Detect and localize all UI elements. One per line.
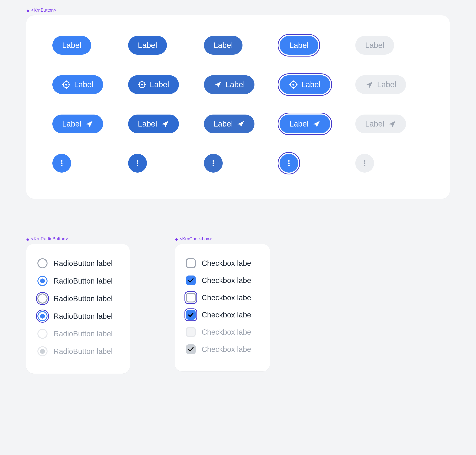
send-icon: [85, 120, 93, 128]
button-label: Label: [62, 119, 81, 128]
button-right-icon-pressed[interactable]: Label: [204, 114, 255, 133]
button-left-icon-hover[interactable]: Label: [128, 75, 179, 94]
button-label: Label: [214, 119, 233, 128]
radio-button[interactable]: [37, 276, 48, 286]
button-icon-only-default[interactable]: [52, 154, 71, 173]
button-text-only-pressed[interactable]: Label: [204, 36, 243, 55]
radio-panel: RadioButton label RadioButton label Radi…: [26, 244, 130, 374]
button-icon-only-focused[interactable]: [280, 154, 298, 173]
button-label: Label: [74, 80, 93, 89]
radio-button[interactable]: [37, 258, 48, 268]
button-label: Label: [138, 119, 157, 128]
radio-label: RadioButton label: [54, 312, 113, 320]
button-label: Label: [150, 80, 169, 89]
component-icon: [26, 237, 30, 241]
send-icon: [214, 81, 222, 89]
radio-label: RadioButton label: [54, 277, 113, 285]
radio-button[interactable]: [37, 311, 48, 321]
section-tag-label: <KrnRadioButton>: [31, 236, 68, 241]
target-icon: [289, 81, 298, 89]
radio-row: RadioButton label: [37, 307, 113, 325]
button-left-icon-focused[interactable]: Label: [280, 75, 330, 94]
checkbox: [186, 327, 196, 337]
checkbox[interactable]: [186, 258, 196, 268]
button-right-icon-default[interactable]: Label: [52, 114, 103, 133]
button-text-only-default[interactable]: Label: [52, 36, 91, 55]
button-label: Label: [289, 41, 308, 50]
button-label: Label: [377, 80, 396, 89]
button-left-icon-default[interactable]: Label: [52, 75, 103, 94]
send-icon: [161, 120, 169, 128]
send-icon: [236, 120, 245, 128]
checkbox-row: Checkbox label: [186, 289, 253, 306]
button-label: Label: [289, 119, 308, 128]
checkbox-row: Checkbox label: [186, 341, 253, 358]
checkbox-row: Checkbox label: [186, 255, 253, 272]
checkbox-label: Checkbox label: [202, 311, 253, 319]
radio-label: RadioButton label: [54, 294, 113, 303]
more-icon: [210, 159, 217, 167]
target-icon: [138, 81, 146, 89]
button-text-only-focused[interactable]: Label: [280, 36, 318, 55]
button-panel: LabelLabelLabelLabelLabelLabelLabelLabel…: [26, 15, 450, 199]
button-icon-only-pressed[interactable]: [204, 154, 223, 173]
radio-button: [37, 346, 48, 356]
checkbox-panel: Checkbox label Checkbox label Checkbox l…: [175, 244, 270, 371]
button-label: Label: [365, 41, 384, 50]
send-icon: [312, 120, 321, 128]
checkbox[interactable]: [186, 293, 196, 302]
component-icon: [175, 237, 178, 241]
send-icon: [365, 81, 373, 89]
checkbox-row: Checkbox label: [186, 272, 253, 289]
section-tag-label: <KrnButton>: [31, 8, 56, 13]
radio-row: RadioButton label: [37, 255, 113, 272]
radio-row: RadioButton label: [37, 290, 113, 307]
checkbox-label: Checkbox label: [202, 328, 253, 336]
target-icon: [62, 81, 70, 89]
checkbox-label: Checkbox label: [202, 259, 253, 268]
checkbox-row: Checkbox label: [186, 323, 253, 341]
more-icon: [58, 159, 65, 167]
checkbox-label: Checkbox label: [202, 276, 253, 285]
button-left-icon-pressed[interactable]: Label: [204, 75, 255, 94]
button-label: Label: [62, 41, 81, 50]
button-label: Label: [138, 41, 157, 50]
button-label: Label: [226, 80, 245, 89]
button-right-icon-disabled: Label: [355, 114, 406, 133]
radio-label: RadioButton label: [54, 330, 113, 338]
section-tag-checkbox: <KrnCheckbox>: [175, 236, 270, 241]
send-icon: [388, 120, 396, 128]
button-label: Label: [301, 80, 321, 89]
button-label: Label: [365, 119, 384, 128]
more-icon: [361, 159, 368, 167]
button-icon-only-hover[interactable]: [128, 154, 147, 173]
section-tag-radio: <KrnRadioButton>: [26, 236, 130, 241]
radio-row: RadioButton label: [37, 272, 113, 290]
checkbox-label: Checkbox label: [202, 345, 253, 354]
checkbox[interactable]: [186, 276, 196, 285]
checkbox-label: Checkbox label: [202, 293, 253, 302]
checkbox: [186, 344, 196, 354]
radio-row: RadioButton label: [37, 342, 113, 360]
button-icon-only-disabled: [355, 154, 374, 173]
checkbox-row: Checkbox label: [186, 306, 253, 323]
button-text-only-disabled: Label: [355, 36, 394, 55]
checkbox[interactable]: [186, 310, 196, 320]
section-tag-button: <KrnButton>: [26, 8, 476, 13]
radio-label: RadioButton label: [54, 347, 113, 356]
section-tag-label: <KrnCheckbox>: [180, 236, 212, 241]
more-icon: [134, 159, 141, 167]
radio-row: RadioButton label: [37, 325, 113, 342]
more-icon: [285, 159, 293, 167]
button-label: Label: [214, 41, 233, 50]
radio-label: RadioButton label: [54, 259, 113, 268]
button-left-icon-disabled: Label: [355, 75, 406, 94]
button-text-only-hover[interactable]: Label: [128, 36, 167, 55]
button-right-icon-focused[interactable]: Label: [280, 114, 330, 133]
radio-button: [37, 329, 48, 339]
radio-button[interactable]: [37, 293, 48, 304]
button-right-icon-hover[interactable]: Label: [128, 114, 179, 133]
component-icon: [26, 8, 30, 12]
